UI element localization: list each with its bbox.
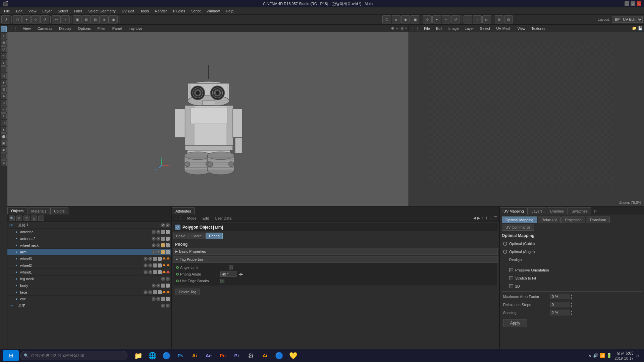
tool-misc2[interactable]: ○ bbox=[1, 154, 7, 160]
start-button[interactable]: ⊞ bbox=[3, 350, 19, 361]
close-button[interactable]: ✕ bbox=[637, 1, 641, 6]
obj-lock-wheel2[interactable]: ✓ bbox=[148, 263, 152, 267]
menu-item-window[interactable]: Window bbox=[204, 8, 222, 14]
object-item-root2[interactable]: L0 로봇 ✓ ✓ bbox=[7, 302, 171, 309]
object-item-eye[interactable]: ▲ eye ✓ ✓ bbox=[7, 296, 171, 302]
attr-input-phong-angle[interactable] bbox=[220, 272, 237, 277]
toolbar-render5[interactable]: ◉ bbox=[109, 15, 118, 23]
uv-vp-menu-layer[interactable]: Layer bbox=[463, 26, 476, 31]
toolbar-cmd1[interactable]: ✏ bbox=[52, 15, 61, 23]
uv-tab-projection[interactable]: Projection bbox=[561, 217, 585, 223]
object-item-arm[interactable]: ▲ arm ✓ ✓ bbox=[7, 249, 171, 255]
toolbar-render2[interactable]: ⊞ bbox=[82, 15, 91, 23]
uv-vp-menu-file[interactable]: File bbox=[422, 26, 432, 31]
uv-panel-expand[interactable]: ▷ bbox=[593, 207, 598, 215]
obj-lock-wheel-neck[interactable]: ✓ bbox=[156, 243, 160, 247]
tb-icon-photoshop[interactable]: Ps bbox=[174, 350, 187, 362]
object-item-antenna2[interactable]: ▲ antenna2 ✓ ✓ bbox=[7, 235, 171, 242]
uv-tb-btn9[interactable]: ◻ bbox=[464, 15, 472, 23]
toolbar-cmd2[interactable]: ⌖ bbox=[61, 15, 70, 23]
vp3d-menu-view[interactable]: View bbox=[21, 26, 33, 31]
tool-grid[interactable]: ⊞ bbox=[1, 40, 7, 46]
tb-icon-chrome[interactable]: 🔵 bbox=[160, 350, 173, 362]
obj-lock-wheel1[interactable]: ✓ bbox=[148, 270, 152, 274]
tb-icon-settings[interactable]: ⚙ bbox=[244, 350, 258, 362]
obj-lock-face[interactable]: ✓ bbox=[148, 290, 152, 294]
uv-arrow-up-spacing[interactable]: ▲ bbox=[570, 310, 573, 313]
search-bar[interactable]: 🔍 검색하려면 여기에 입력하십시오. bbox=[20, 351, 127, 360]
attr-check-edge-breaks[interactable] bbox=[220, 279, 224, 283]
attr-check-angle-limit[interactable] bbox=[229, 265, 233, 269]
obj-lock-antenna[interactable]: ✓ bbox=[156, 230, 160, 234]
obj-vis-root1[interactable]: ✓ bbox=[161, 223, 165, 227]
tool-misc3[interactable]: ⊙ bbox=[1, 160, 7, 166]
object-item-leg-neck[interactable]: ▲ leg neck ✓ ✓ bbox=[7, 276, 171, 282]
uv-vp-menu-uvmesh[interactable]: UV Mesh bbox=[494, 26, 513, 31]
uv-arrow-up-relax[interactable]: ▲ bbox=[570, 302, 573, 305]
uv-tb-btn1[interactable]: ⬡ bbox=[382, 15, 391, 23]
obj-lock-root2[interactable]: ✓ bbox=[166, 304, 170, 308]
tb-icon-premiere[interactable]: Pr bbox=[230, 350, 244, 362]
attr-section-basic-header[interactable]: ▶ Basic Properties bbox=[173, 248, 498, 255]
uv-canvas[interactable]: Zoom: 75.0% bbox=[409, 32, 644, 206]
tool-arrow[interactable]: ↗ bbox=[1, 26, 7, 32]
uv-arrow-up-max[interactable]: ▲ bbox=[570, 294, 573, 297]
attr-arrow-phong[interactable]: ◀▶ bbox=[238, 273, 243, 276]
uv-radio-optimal-cubic[interactable] bbox=[503, 242, 507, 246]
uv-input-spacing[interactable] bbox=[550, 310, 570, 315]
obj-tb-down[interactable]: ▽ bbox=[23, 216, 30, 221]
uv-tb-btn3[interactable]: ◉ bbox=[401, 15, 410, 23]
menu-item-tools[interactable]: Tools bbox=[138, 8, 152, 14]
uv-input-max-area[interactable] bbox=[550, 294, 570, 299]
attr-nav-back[interactable]: ◀ bbox=[473, 216, 476, 220]
tab-swatches[interactable]: Swatches bbox=[568, 207, 591, 215]
attr-nav-fwd[interactable]: ▶ bbox=[477, 216, 480, 220]
menu-item-file[interactable]: File bbox=[1, 8, 13, 14]
uv-tab-commands[interactable]: UV Commands bbox=[502, 224, 534, 231]
obj-lock-wheel3[interactable]: ✓ bbox=[148, 257, 152, 261]
tool-add[interactable]: ⊕ bbox=[1, 93, 7, 99]
tb-icon-pub[interactable]: Pu bbox=[216, 350, 229, 362]
menu-item-render[interactable]: Render bbox=[152, 8, 170, 14]
uv-tb-btn7[interactable]: ⌖ bbox=[442, 15, 450, 23]
tab-brushes[interactable]: Brushes bbox=[547, 207, 568, 215]
uv-arrow-dn-spacing[interactable]: ▼ bbox=[570, 313, 573, 316]
attr-tab-coord[interactable]: Coord. bbox=[189, 233, 206, 239]
clock[interactable]: 오전 6:03 2019-10-17 bbox=[614, 351, 633, 360]
sys-sound[interactable]: 🔊 bbox=[593, 353, 598, 358]
uv-tb-btn13[interactable]: ⊟ bbox=[504, 15, 513, 23]
toolbar-render1[interactable]: ▣ bbox=[73, 15, 82, 23]
tool-move[interactable]: ↕ bbox=[1, 60, 7, 66]
attr-tb-mode[interactable]: Mode bbox=[185, 216, 199, 221]
tool-circle[interactable]: ○ bbox=[1, 66, 7, 72]
object-item-face[interactable]: ▲ face ✓ ✓ bbox=[7, 289, 171, 296]
obj-lock-root1[interactable]: ✓ bbox=[166, 223, 170, 227]
attr-tab-basic[interactable]: Basic bbox=[173, 233, 188, 239]
obj-lock-leg-neck[interactable]: ✓ bbox=[166, 277, 170, 281]
obj-lock-body[interactable]: ✓ bbox=[156, 284, 160, 288]
uv-radio-optimal-angle[interactable] bbox=[503, 250, 507, 254]
uv-arrow-dn-relax[interactable]: ▼ bbox=[570, 305, 573, 308]
tool-list[interactable]: ☰ bbox=[1, 86, 7, 93]
uv-check-stretch[interactable] bbox=[509, 276, 513, 280]
uv-tb-btn2[interactable]: ◈ bbox=[392, 15, 400, 23]
tool-edit[interactable]: ✎ bbox=[1, 113, 7, 119]
object-item-root1[interactable]: L0 로봇 1 ✓ ✓ bbox=[7, 222, 171, 229]
menu-item-filter[interactable]: Filter bbox=[71, 8, 85, 14]
uv-vp-menu-textures[interactable]: Textures bbox=[529, 26, 547, 31]
obj-lock-antenna2[interactable]: ✓ bbox=[156, 237, 160, 241]
uv-check-preserve[interactable]: ✓ bbox=[509, 268, 513, 272]
tb-icon-sticky[interactable]: 💛 bbox=[286, 350, 300, 362]
obj-vis-eye[interactable]: ✓ bbox=[152, 297, 156, 301]
sys-network[interactable]: 📶 bbox=[600, 353, 605, 358]
obj-vis-face[interactable]: ✓ bbox=[144, 290, 148, 294]
tb-icon-filemanager[interactable]: 📁 bbox=[131, 350, 145, 362]
object-item-wheel2[interactable]: ▲ wheel2 ✓ ✓ bbox=[7, 262, 171, 269]
toolbar-select[interactable]: ⬡ bbox=[13, 15, 22, 23]
uv-arrow-dn-max[interactable]: ▼ bbox=[570, 297, 573, 300]
toolbar-undo[interactable]: ↺ bbox=[1, 15, 10, 23]
tool-rect[interactable]: ◻ bbox=[1, 73, 7, 79]
attr-tb-userdata[interactable]: User Data bbox=[213, 216, 234, 221]
obj-vis-root2[interactable]: ✓ bbox=[161, 304, 165, 308]
tool-pen[interactable]: ✏ bbox=[1, 53, 7, 59]
